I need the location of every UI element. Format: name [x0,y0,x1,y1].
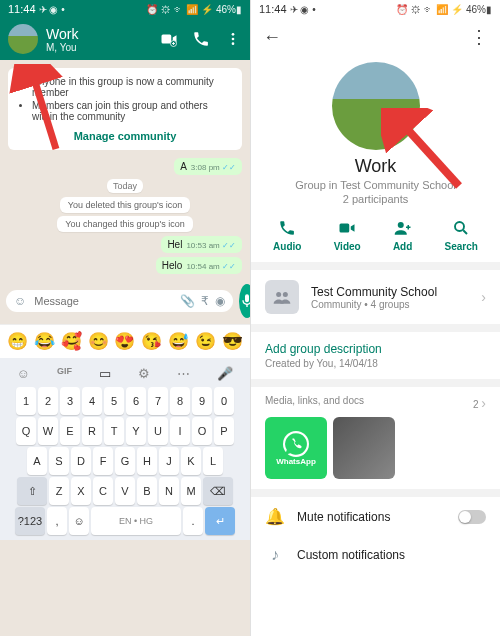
key[interactable]: O [192,417,212,445]
emoji[interactable]: 🥰 [61,331,82,352]
emoji-icon[interactable]: ☺ [14,294,26,308]
key[interactable]: F [93,447,113,475]
key[interactable]: M [181,477,201,505]
message-out[interactable]: A3:08 pm ✓✓ [174,158,242,175]
key[interactable]: E [60,417,80,445]
payments-icon[interactable]: ₹ [201,294,209,308]
backspace-key[interactable]: ⌫ [203,477,233,505]
key[interactable]: T [104,417,124,445]
key[interactable]: U [148,417,168,445]
status-right-icons: ⏰ ⚙ ᯤ 📶 ⚡ 46%▮ [396,4,492,15]
video-call-icon[interactable] [160,29,178,49]
key[interactable]: K [181,447,201,475]
emoji-key[interactable]: ☺ [69,507,89,535]
key[interactable]: 4 [82,387,102,415]
key[interactable]: B [137,477,157,505]
community-sub: Community • 4 groups [311,299,469,310]
key[interactable]: V [115,477,135,505]
custom-notifications-row[interactable]: ♪ Custom notifications [251,536,500,574]
kbd-tab-settings[interactable]: ⚙ [138,366,150,381]
key[interactable]: N [159,477,179,505]
key[interactable]: Y [126,417,146,445]
enter-key[interactable]: ↵ [205,507,235,535]
key[interactable]: D [71,447,91,475]
message-out[interactable]: Hel10:53 am ✓✓ [161,236,242,253]
media-thumb[interactable] [333,417,395,479]
mute-notifications-row[interactable]: 🔔 Mute notifications [251,497,500,536]
mute-toggle[interactable] [458,510,486,524]
emoji[interactable]: 😁 [7,331,28,352]
attach-icon[interactable]: 📎 [180,294,195,308]
space-key[interactable]: EN • HG [91,507,181,535]
kbd-tab-gif[interactable]: GIF [57,366,72,381]
add-participant-button[interactable]: Add [393,219,412,252]
chat-header[interactable]: Work M, You [0,18,250,60]
key[interactable]: P [214,417,234,445]
emoji[interactable]: 😎 [222,331,243,352]
media-links-row[interactable]: Media, links, and docs 2 › [251,387,500,417]
key[interactable]: I [170,417,190,445]
emoji[interactable]: 😘 [141,331,162,352]
key[interactable]: 5 [104,387,124,415]
back-icon[interactable]: ← [263,27,281,48]
key[interactable]: R [82,417,102,445]
key[interactable]: H [137,447,157,475]
key[interactable]: W [38,417,58,445]
emoji[interactable]: 😉 [195,331,216,352]
video-call-button[interactable]: Video [334,219,361,252]
add-description-link[interactable]: Add group description [251,332,500,356]
status-time: 11:44 [259,3,287,15]
camera-icon[interactable]: ◉ [215,294,225,308]
read-ticks-icon: ✓✓ [222,262,236,271]
mic-button[interactable] [239,284,250,318]
key[interactable]: 8 [170,387,190,415]
emoji[interactable]: 😂 [34,331,55,352]
community-row[interactable]: Test Community School Community • 4 grou… [251,270,500,324]
key[interactable]: Z [49,477,69,505]
group-avatar-small[interactable] [8,24,38,54]
kbd-tab-sticker[interactable]: ☺ [17,366,30,381]
key[interactable]: X [71,477,91,505]
key[interactable]: 2 [38,387,58,415]
kbd-tab-clipboard[interactable]: ▭ [99,366,111,381]
svg-point-6 [397,222,403,228]
kbd-tab-mic[interactable]: 🎤 [217,366,233,381]
kbd-tab-more[interactable]: ⋯ [177,366,190,381]
numpad-key[interactable]: ?123 [15,507,45,535]
message-input[interactable] [32,294,174,308]
search-button[interactable]: Search [445,219,478,252]
key[interactable]: L [203,447,223,475]
audio-call-button[interactable]: Audio [273,219,301,252]
key[interactable]: J [159,447,179,475]
system-message: You changed this group's icon [57,216,192,232]
media-thumb[interactable]: WhatsApp [265,417,327,479]
message-out[interactable]: Helo10:54 am ✓✓ [156,257,242,274]
group-avatar-large[interactable] [332,62,420,150]
emoji[interactable]: 😊 [88,331,109,352]
key[interactable]: 6 [126,387,146,415]
system-message: You deleted this group's icon [60,197,190,213]
key[interactable]: 3 [60,387,80,415]
chat-subtitle: M, You [46,42,160,53]
svg-point-9 [283,292,288,297]
emoji-suggestion-row: 😁😂🥰😊😍😘😅😉😎 [0,324,250,358]
key[interactable]: 1 [16,387,36,415]
voice-call-icon[interactable] [192,30,210,48]
key[interactable]: 0 [214,387,234,415]
key[interactable]: , [47,507,67,535]
more-icon[interactable]: ⋮ [470,26,488,48]
key[interactable]: C [93,477,113,505]
key[interactable]: G [115,447,135,475]
key[interactable]: S [49,447,69,475]
more-icon[interactable] [224,31,242,47]
key[interactable]: 7 [148,387,168,415]
key[interactable]: . [183,507,203,535]
emoji[interactable]: 😍 [114,331,135,352]
shift-key[interactable]: ⇧ [17,477,47,505]
key[interactable]: Q [16,417,36,445]
chat-header-text[interactable]: Work M, You [46,26,160,53]
manage-community-link[interactable]: Manage community [18,124,232,142]
key[interactable]: A [27,447,47,475]
emoji[interactable]: 😅 [168,331,189,352]
key[interactable]: 9 [192,387,212,415]
